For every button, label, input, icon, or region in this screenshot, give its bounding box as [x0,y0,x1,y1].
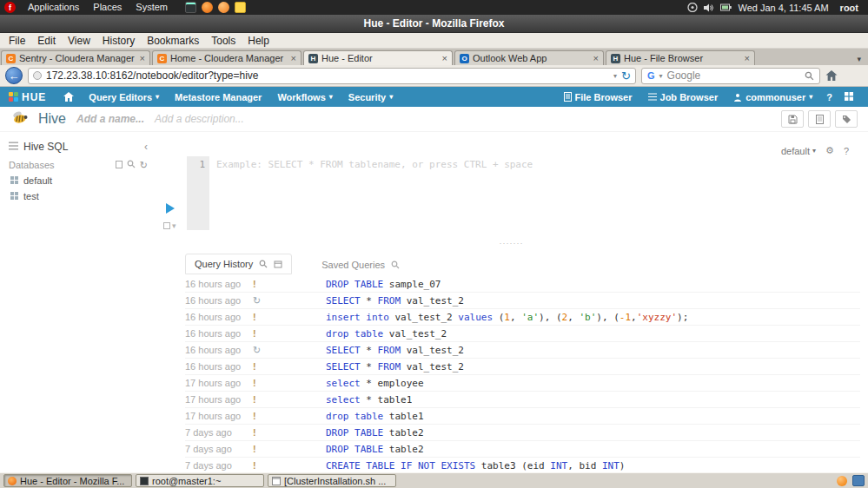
firefox-tab-outlook-web-app[interactable]: OOutlook Web App× [454,50,604,65]
battery-icon[interactable] [720,3,732,11]
history-row[interactable]: 7 days ago!DROP TABLE table2 [185,425,860,441]
refresh-icon[interactable]: ↻ [140,160,148,171]
editor-help-icon[interactable]: ? [844,146,849,156]
taskbar-window-2[interactable]: [ClusterInstallation.sh ... [268,474,396,487]
tab-list-icon[interactable]: ▾ [851,55,866,65]
firefox-tab-hue-file-browser[interactable]: HHue - File Browser× [606,50,755,65]
hue-nav-workflows[interactable]: Workflows▾ [269,92,340,102]
distro-menu-icon[interactable]: f [4,2,16,13]
history-query[interactable]: DROP TABLE sample_07 [326,279,441,290]
package-launcher-icon[interactable] [218,2,229,13]
history-query[interactable]: SELECT * FROM val_test_2 [326,345,464,356]
panel-user[interactable]: root [835,3,864,13]
hue-nav-job-browser[interactable]: Job Browser [640,92,726,102]
query-name-input[interactable]: Add a name... [76,113,144,125]
taskbar-window-1[interactable]: root@master1:~ [136,474,264,487]
display-icon[interactable] [687,3,698,12]
code-input[interactable]: Example: SELECT * FROM tablename, or pre… [209,132,868,250]
home-button[interactable] [825,70,838,81]
query-description-input[interactable]: Add a description... [155,113,244,125]
desktop-menu-system[interactable]: System [129,0,175,15]
search-go-icon[interactable] [805,71,814,81]
terminal-launcher-icon[interactable] [185,2,196,13]
history-row[interactable]: 7 days ago!CREATE TABLE IF NOT EXISTS ta… [185,458,860,472]
search-engine-label[interactable]: Google [667,69,800,82]
history-query[interactable]: drop table table1 [326,411,424,422]
history-query[interactable]: SELECT * FROM val_test_2 [326,295,464,307]
history-row[interactable]: 16 hours ago↻SELECT * FROM val_test_2 [185,342,860,359]
database-item-default[interactable]: default [9,174,148,188]
execute-button[interactable] [166,203,175,214]
assist-source-title[interactable]: Hive SQL [23,141,68,153]
tags-button[interactable] [835,110,858,128]
history-row[interactable]: 16 hours ago!SELECT * FROM val_test_2 [185,359,860,375]
firefox-tab-home-cloudera-manager[interactable]: CHome - Cloudera Manager× [152,50,301,65]
back-button[interactable]: ← [5,67,23,84]
manage-databases-icon[interactable] [116,160,123,170]
firefox-tab-sentry-cloudera-manager[interactable]: CSentry - Cloudera Manager× [1,50,150,65]
history-row[interactable]: 17 hours ago!select * employee [185,375,860,392]
database-select[interactable]: default ▾ [781,146,816,156]
history-row[interactable]: 7 days ago!DROP TABLE table2 [185,441,860,458]
hue-nav-metastore-manager[interactable]: Metastore Manager [167,92,269,102]
desktop-menu-places[interactable]: Places [86,0,129,15]
hue-home-icon[interactable] [56,92,81,102]
notification-icon[interactable] [837,476,847,486]
result-settings-icon[interactable]: ▾ [163,221,176,230]
tab-close-icon[interactable]: × [140,54,145,63]
notes-launcher-icon[interactable] [235,2,246,13]
tab-close-icon[interactable]: × [593,54,599,63]
tab-close-icon[interactable]: × [745,54,750,63]
menu-bookmarks[interactable]: Bookmarks [141,35,205,47]
menu-help[interactable]: Help [242,35,275,47]
hue-nav-file-browser[interactable]: File Browser [556,92,640,102]
tab-close-icon[interactable]: × [291,54,296,63]
firefox-launcher-icon[interactable] [202,2,213,13]
volume-icon[interactable] [704,3,714,12]
url-text[interactable]: 172.23.38.10:8162/notebook/editor?type=h… [46,69,609,82]
menu-file[interactable]: File [3,35,31,47]
hue-nav-query-editors[interactable]: Query Editors▾ [81,92,167,102]
menu-edit[interactable]: Edit [31,35,62,47]
search-engine-dropdown-icon[interactable]: ▾ [659,72,663,80]
history-query[interactable]: SELECT * FROM val_test_2 [326,361,464,373]
history-query[interactable]: select * employee [326,378,424,389]
search-bar[interactable]: G ▾ Google [641,68,820,84]
help-icon[interactable]: ? [820,92,838,102]
new-document-button[interactable] [808,110,831,128]
window-titlebar[interactable]: Hue - Editor - Mozilla Firefox [0,15,868,33]
hue-logo[interactable]: HUE [9,91,46,103]
history-row[interactable]: 16 hours ago!DROP TABLE sample_07 [185,276,860,293]
search-icon[interactable] [391,260,400,269]
firefox-tab-hue-editor[interactable]: HHue - Editor× [303,50,453,65]
url-bar[interactable]: 172.23.38.10:8162/notebook/editor?type=h… [28,68,636,84]
history-query[interactable]: insert into val_test_2 values (1, 'a'), … [326,312,688,323]
taskbar-window-0[interactable]: Hue - Editor - Mozilla F... [3,474,132,487]
tab-close-icon[interactable]: × [442,54,447,63]
history-query[interactable]: drop table val_test_2 [326,328,447,340]
calendar-icon[interactable] [274,260,282,268]
settings-gear-icon[interactable]: ⚙ [825,145,834,156]
tab-saved-queries[interactable]: Saved Queries [313,255,408,274]
database-item-test[interactable]: test [9,189,148,203]
reload-icon[interactable]: ↻ [621,70,631,82]
history-query[interactable]: DROP TABLE table2 [326,427,424,439]
resize-handle[interactable]: ······· [500,239,524,247]
history-row[interactable]: 17 hours ago!drop table table1 [185,408,860,425]
menu-history[interactable]: History [96,35,141,47]
hue-nav-security[interactable]: Security▾ [341,92,401,102]
history-row[interactable]: 16 hours ago↻SELECT * FROM val_test_2 [185,293,860,309]
history-row[interactable]: 16 hours ago!drop table val_test_2 [185,326,860,342]
apps-grid-icon[interactable] [838,92,859,102]
tab-query-history[interactable]: Query History [185,254,292,274]
history-query[interactable]: DROP TABLE table2 [326,444,424,455]
history-row[interactable]: 17 hours ago!select * table1 [185,392,860,408]
history-query[interactable]: select * table1 [326,394,412,406]
workspace-switcher-icon[interactable] [852,475,865,486]
search-icon[interactable] [127,160,136,170]
panel-clock[interactable]: Wed Jan 4, 11:45 AM [738,3,828,13]
hue-nav-commonuser[interactable]: commonuser▾ [726,92,820,102]
history-query[interactable]: CREATE TABLE IF NOT EXISTS table3 (eid I… [326,460,625,472]
menu-view[interactable]: View [62,35,96,47]
search-icon[interactable] [259,260,268,268]
